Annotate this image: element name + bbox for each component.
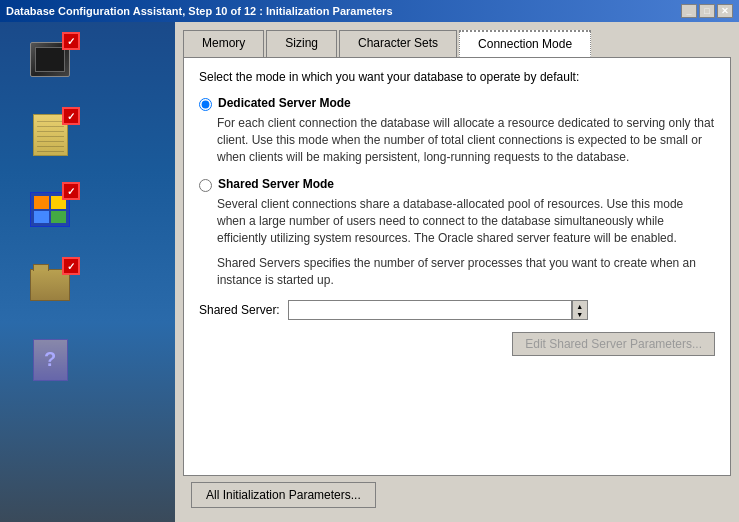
icon-item-chip: ✓ xyxy=(10,37,165,82)
icon-item-shapes: ✓ xyxy=(10,187,165,232)
shared-server-label: Shared Server: xyxy=(199,303,280,317)
dedicated-server-group: Dedicated Server Mode For each client co… xyxy=(199,96,715,165)
icon-item-question: ? xyxy=(10,337,165,382)
shared-server-spinner[interactable]: ▲ ▼ xyxy=(572,300,588,320)
shared-server-input[interactable] xyxy=(288,300,572,320)
minimize-button[interactable]: _ xyxy=(681,4,697,18)
icon-item-folder: ✓ xyxy=(10,262,165,307)
main-container: ✓ ✓ ✓ ✓ xyxy=(0,22,739,522)
bottom-bar: All Initialization Parameters... xyxy=(183,476,731,514)
tab-sizing[interactable]: Sizing xyxy=(266,30,337,57)
left-panel: ✓ ✓ ✓ ✓ xyxy=(0,22,175,522)
dedicated-radio[interactable] xyxy=(199,98,212,111)
shared-label[interactable]: Shared Server Mode xyxy=(218,177,334,191)
dedicated-description: For each client connection the database … xyxy=(217,115,715,165)
all-params-button[interactable]: All Initialization Parameters... xyxy=(191,482,376,508)
tab-character-sets[interactable]: Character Sets xyxy=(339,30,457,57)
dedicated-label[interactable]: Dedicated Server Mode xyxy=(218,96,351,110)
spinner-down-arrow: ▼ xyxy=(576,311,583,318)
shared-server-group: Shared Server Mode Several client connec… xyxy=(199,177,715,288)
right-panel: Memory Sizing Character Sets Connection … xyxy=(175,22,739,522)
folder-icon-box: ✓ xyxy=(25,262,75,307)
question-icon: ? xyxy=(33,339,68,381)
chip-icon-box: ✓ xyxy=(25,37,75,82)
maximize-button[interactable]: □ xyxy=(699,4,715,18)
document-icon-box: ✓ xyxy=(25,112,75,157)
spinner-up-arrow: ▲ xyxy=(576,303,583,310)
shapes-icon-box: ✓ xyxy=(25,187,75,232)
content-description: Select the mode in which you want your d… xyxy=(199,70,715,84)
edit-shared-server-btn[interactable]: Edit Shared Server Parameters... xyxy=(512,332,715,356)
shared-server-input-wrap: ▲ ▼ xyxy=(288,300,588,320)
shared-extra-description: Shared Servers specifies the number of s… xyxy=(217,255,715,289)
icon-item-document: ✓ xyxy=(10,112,165,157)
dedicated-server-option[interactable]: Dedicated Server Mode xyxy=(199,96,715,111)
shared-server-label-row: Shared Server: ▲ ▼ xyxy=(199,300,715,320)
check-badge-3: ✓ xyxy=(62,182,80,200)
shared-description: Several client connections share a datab… xyxy=(217,196,715,246)
check-badge-4: ✓ xyxy=(62,257,80,275)
window-controls: _ □ ✕ xyxy=(681,4,733,18)
shared-server-section: Shared Server: ▲ ▼ Edit Shared Server Pa… xyxy=(199,300,715,356)
content-area: Select the mode in which you want your d… xyxy=(183,57,731,476)
tab-bar: Memory Sizing Character Sets Connection … xyxy=(183,30,731,57)
shared-radio[interactable] xyxy=(199,179,212,192)
window-title: Database Configuration Assistant, Step 1… xyxy=(6,5,393,17)
shared-server-option[interactable]: Shared Server Mode xyxy=(199,177,715,192)
check-badge-2: ✓ xyxy=(62,107,80,125)
close-button[interactable]: ✕ xyxy=(717,4,733,18)
title-bar: Database Configuration Assistant, Step 1… xyxy=(0,0,739,22)
question-icon-box: ? xyxy=(25,337,75,382)
tab-memory[interactable]: Memory xyxy=(183,30,264,57)
check-badge-1: ✓ xyxy=(62,32,80,50)
tab-connection-mode[interactable]: Connection Mode xyxy=(459,30,591,57)
